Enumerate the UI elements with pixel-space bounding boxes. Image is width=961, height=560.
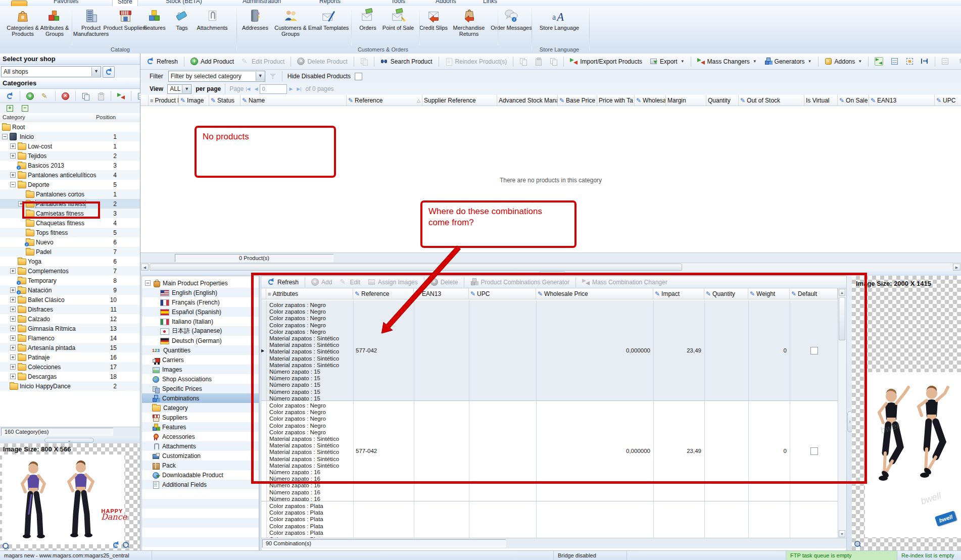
category-add-button[interactable] [23,91,37,101]
combination-column-quantity[interactable]: ✎Quantity [704,288,748,299]
expand-icon[interactable] [10,345,16,350]
category-edit-button[interactable] [38,91,52,101]
collapse-icon[interactable] [145,280,151,286]
category-tree-row[interactable]: Low-cost1 [0,141,140,151]
property-tree-item-category[interactable]: Category [142,403,259,413]
property-tree-item-downloadable-product[interactable]: Downloadable Product [142,470,259,480]
category-tree-row[interactable]: Colecciones17 [0,362,140,372]
category-tree-row[interactable]: Descargas18 [0,372,140,381]
expand-icon[interactable] [10,172,16,178]
property-tree-item-combinations[interactable]: Combinations [142,393,259,403]
category-delete-button[interactable] [59,91,72,101]
combination-row[interactable]: Color zapatos : NegroColor zapatos : Neg… [261,300,838,401]
category-tree-row[interactable]: Ballet Clásico10 [0,295,140,304]
expand-icon[interactable] [10,316,16,322]
category-tree-row[interactable]: Pantalones anticelulíticos4 [0,170,140,180]
main-splitter[interactable]: ⌄ [140,271,961,276]
category-tree-row[interactable]: Tops fitness5 [0,228,140,237]
property-tree-item-shop-associations[interactable]: Shop Associations [142,374,259,384]
sidebar-splitter[interactable]: ⌄ [0,436,140,443]
category-tree-row[interactable]: Complementos7 [0,266,140,276]
right-panel-splitter[interactable]: › [847,276,852,550]
position-column-header[interactable]: Position [96,114,116,120]
expand-icon[interactable] [10,335,16,341]
property-tree-item-additional-fields[interactable]: Additional Fields [142,480,259,489]
product-select-columns-button[interactable] [903,57,917,66]
product-column-name[interactable]: ✎Name [241,95,347,106]
product-mass-changers-button[interactable]: Mass Changers▼ [694,57,760,66]
category-tree-row[interactable]: Basicos 20133 [0,161,140,170]
property-tree-item-suppliers[interactable]: Suppliers [142,413,259,422]
category-tree-row[interactable]: Patinaje16 [0,352,140,362]
product-export-button[interactable]: Export▼ [647,57,688,66]
category-tree-row[interactable]: Pantalones fitness2 [0,199,140,209]
category-tree-row[interactable]: Artesanía pintada15 [0,343,140,352]
product-column-quantity[interactable]: Quantity [706,95,739,106]
ribbon-item-order-messages[interactable]: Order Messages [489,8,534,31]
category-tree-row[interactable]: Gimnasia Rítmica13 [0,324,140,333]
category-import-export-button[interactable] [114,91,128,101]
image-zoom-icon[interactable] [122,541,130,549]
expand-icon[interactable] [10,374,16,379]
category-tree-row[interactable]: Camisetas fitness3 [0,209,140,218]
property-tree-item-customization[interactable]: Customization [142,451,259,461]
expand-icon[interactable] [10,143,16,149]
ribbon-item-merchandise-returns[interactable]: Merchandise Returns [447,8,491,37]
product-column-image[interactable]: ✎Image [179,95,209,106]
view-per-page-select[interactable]: ALL ▼ [167,84,191,94]
product-column-supplier-reference[interactable]: Supplier Reference [422,95,497,106]
category-tree-row[interactable]: Temporary8 [0,276,140,285]
next-page-icon[interactable]: ▶ [287,86,295,91]
combination-column-attributes[interactable]: ≡Attributes [266,288,353,299]
zoom-icon[interactable] [2,542,10,550]
first-page-icon[interactable]: |◀ [244,86,252,91]
category-copy-button[interactable] [79,91,92,101]
expand-icon[interactable] [10,153,16,159]
last-page-icon[interactable]: ▶| [295,86,303,91]
product-refresh-button[interactable]: Refresh [143,57,181,66]
property-tree-item-carriers[interactable]: Carriers [142,355,259,365]
product-add-product-button[interactable]: Add Product [187,57,237,66]
ribbon-item-email-templates[interactable]: Email Templates [306,8,351,31]
combination-column-default[interactable]: ✎Default [790,288,838,299]
horizontal-scrollbar[interactable]: ◀ ▶ [140,263,961,271]
tree-expand-all-button[interactable] [3,104,17,113]
combination-column-wholesale-price[interactable]: ✎Wholesale Price [536,288,653,299]
category-refresh-button[interactable] [3,91,17,101]
expand-icon[interactable] [10,364,16,370]
property-tree-item-features[interactable]: Features [142,422,259,432]
hide-disabled-checkbox[interactable] [355,73,362,80]
product-column-advanced-stock-manage[interactable]: Advanced Stock Manage [497,95,558,106]
property-tree-item-accessories[interactable]: Accessories [142,432,259,441]
chevron-down-icon[interactable]: ▼ [256,72,265,81]
combination-row[interactable]: Color zapatos : PlataColor zapatos : Pla… [261,501,838,538]
default-checkbox[interactable] [810,447,818,455]
product-addons-button[interactable]: Addons▼ [822,57,866,66]
chevron-down-icon[interactable]: ▼ [91,67,101,76]
combination-column-upc[interactable]: ✎UPC [469,288,536,299]
property-tree-item-pack[interactable]: Pack [142,461,259,470]
prev-page-icon[interactable]: ◀ [252,86,260,91]
property-tree-item-fran-ais-french[interactable]: Français (French) [142,297,259,307]
product-column-ean13[interactable]: ✎EAN13 [869,95,935,106]
property-tree-item-images[interactable]: Images [142,365,259,374]
property-tree-item-specific-prices[interactable]: Specific Prices [142,384,259,393]
combination-row[interactable]: Color zapatos : NegroColor zapatos : Neg… [261,401,838,501]
product-search-product-button[interactable]: Search Product [377,57,436,66]
category-tree-row[interactable]: Calzado12 [0,314,140,324]
category-tree-row[interactable]: Inicio1 [0,132,140,141]
product-column-wholesale-p[interactable]: ✎Wholesale P [635,95,666,106]
property-tree-item-espa-ol-spanish[interactable]: Español (Spanish) [142,307,259,317]
product-column-margin[interactable]: Margin [666,95,706,106]
property-tree-item-attachments[interactable]: Attachments [142,441,259,451]
property-tree-item-quantities[interactable]: 123Quantities [142,345,259,355]
ribbon-item-store-language[interactable]: Store Language [537,8,582,31]
property-tree-item-english-english[interactable]: English (English) [142,288,259,297]
vertical-scrollbar[interactable]: ▲ ▼ [838,288,846,538]
product-generators-button[interactable]: Generators▼ [761,57,815,66]
product-column-price-with-ta[interactable]: Price with Ta [597,95,635,106]
expand-icon[interactable] [10,297,16,302]
product-column-is-virtual[interactable]: Is Virtual [804,95,838,106]
shop-select[interactable]: All shops ▼ [1,66,101,77]
expand-icon[interactable] [10,326,16,331]
